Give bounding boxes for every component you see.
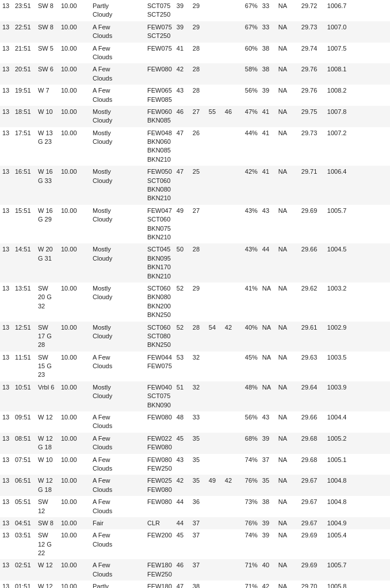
table-cell: 42 <box>174 63 190 85</box>
table-cell: 10.00 <box>59 559 90 581</box>
table-cell: W 20G 31 <box>36 243 59 282</box>
table-cell: 19:51 <box>13 85 36 106</box>
table-cell: 29.69 <box>299 529 325 559</box>
table-cell: 09:51 <box>13 411 36 433</box>
table-cell: 51 <box>174 381 190 411</box>
table-cell: FEW080 <box>145 63 174 85</box>
table-cell: 28 <box>190 43 207 64</box>
table-cell: 32 <box>190 381 207 411</box>
table-cell: 67% <box>243 21 260 43</box>
table-row: 1318:51W 1010.00MostlyCloudyFEW060BKN085… <box>0 106 390 127</box>
table-cell: NA <box>260 381 276 411</box>
table-cell: 28 <box>190 85 207 106</box>
table-cell: A FewClouds <box>90 63 145 85</box>
table-cell: SW 8 <box>36 0 59 21</box>
table-cell: 10.00 <box>59 85 90 106</box>
table-cell: 04:51 <box>13 517 36 529</box>
table-cell: NA <box>276 43 299 64</box>
table-cell: 33 <box>190 411 207 433</box>
table-cell: A FewClouds <box>90 352 145 381</box>
table-cell: 29.61 <box>299 322 325 352</box>
table-row: 1313:51SW20 G3210.00MostlyCloudySCT060BK… <box>0 282 390 322</box>
table-cell: 53 <box>174 352 190 381</box>
table-cell: 42 <box>174 475 190 496</box>
table-cell: 39 <box>174 0 190 21</box>
table-cell: 29.68 <box>299 454 325 475</box>
table-cell: 06:51 <box>13 475 36 496</box>
table-row: 1319:51W 710.00A FewCloudsFEW065FEW08543… <box>0 85 390 106</box>
table-row: 1321:51SW 510.00A FewCloudsFEW075412860%… <box>0 43 390 64</box>
table-cell: A FewClouds <box>90 433 145 454</box>
table-cell: FEW180FEW250 <box>145 559 174 581</box>
table-cell: 76% <box>243 475 260 496</box>
table-cell <box>365 106 390 127</box>
table-cell: 10.00 <box>59 352 90 381</box>
table-cell <box>349 352 365 381</box>
table-row: 1307:51W 1010.00A FewCloudsFEW080FEW2504… <box>0 454 390 475</box>
table-cell <box>223 496 243 517</box>
table-cell: 29.73 <box>299 127 325 166</box>
table-cell: 16:51 <box>13 166 36 205</box>
table-cell: FEW075SCT250 <box>145 21 174 43</box>
table-cell: 13:51 <box>13 282 36 322</box>
table-cell <box>349 106 365 127</box>
table-row: 1322:51SW 810.00A FewCloudsFEW075SCT2503… <box>0 21 390 43</box>
table-cell: 28 <box>190 322 207 352</box>
table-cell <box>223 85 243 106</box>
table-cell: W 16G 29 <box>36 205 59 244</box>
table-cell: 1003.2 <box>325 282 349 322</box>
table-cell: MostlyCloudy <box>90 106 145 127</box>
table-cell: 10.00 <box>59 581 90 588</box>
table-cell: SW 6 <box>36 63 59 85</box>
table-cell: 29.69 <box>299 559 325 581</box>
table-cell: 43 <box>260 205 276 244</box>
table-cell <box>207 529 223 559</box>
table-row: 1309:51W 1210.00A FewCloudsFEW080483356%… <box>0 411 390 433</box>
table-cell <box>223 581 243 588</box>
table-cell: 29.62 <box>299 282 325 322</box>
table-cell: 13 <box>0 85 13 106</box>
table-cell: 1003.9 <box>325 381 349 411</box>
table-cell: 29.73 <box>299 21 325 43</box>
table-cell: 49 <box>174 205 190 244</box>
table-cell <box>349 205 365 244</box>
table-cell: 13 <box>0 411 13 433</box>
table-cell <box>207 63 223 85</box>
table-cell <box>365 411 390 433</box>
table-cell: SW 8 <box>36 21 59 43</box>
table-cell: 1002.9 <box>325 322 349 352</box>
table-cell: 35 <box>190 433 207 454</box>
table-cell: W 12G 18 <box>36 433 59 454</box>
table-cell: NA <box>276 21 299 43</box>
table-cell: 17:51 <box>13 127 36 166</box>
table-cell: 13 <box>0 454 13 475</box>
table-cell: FEW040SCT075BKN090 <box>145 381 174 411</box>
table-cell: 13 <box>0 166 13 205</box>
table-cell <box>365 517 390 529</box>
table-cell: 56% <box>243 411 260 433</box>
table-cell: 44 <box>260 243 276 282</box>
table-cell <box>349 243 365 282</box>
table-cell: 39 <box>260 517 276 529</box>
table-cell <box>365 282 390 322</box>
table-cell: 52 <box>174 322 190 352</box>
table-cell: 43% <box>243 243 260 282</box>
table-cell: 18:51 <box>13 106 36 127</box>
table-cell: W 12 <box>36 411 59 433</box>
table-cell <box>365 496 390 517</box>
table-cell: 1007.8 <box>325 106 349 127</box>
table-cell: 02:51 <box>13 559 36 581</box>
table-cell: 29.70 <box>299 581 325 588</box>
table-cell <box>365 454 390 475</box>
table-cell: 29.67 <box>299 496 325 517</box>
table-cell: NA <box>276 529 299 559</box>
table-cell: FEW050SCT060BKN080BKN210 <box>145 166 174 205</box>
table-cell: 23:51 <box>13 0 36 21</box>
table-cell: 10.00 <box>59 322 90 352</box>
table-cell <box>223 529 243 559</box>
table-cell: 41 <box>174 43 190 64</box>
table-cell: 29.75 <box>299 106 325 127</box>
table-cell: 39 <box>260 529 276 559</box>
table-cell <box>365 63 390 85</box>
table-cell <box>349 559 365 581</box>
